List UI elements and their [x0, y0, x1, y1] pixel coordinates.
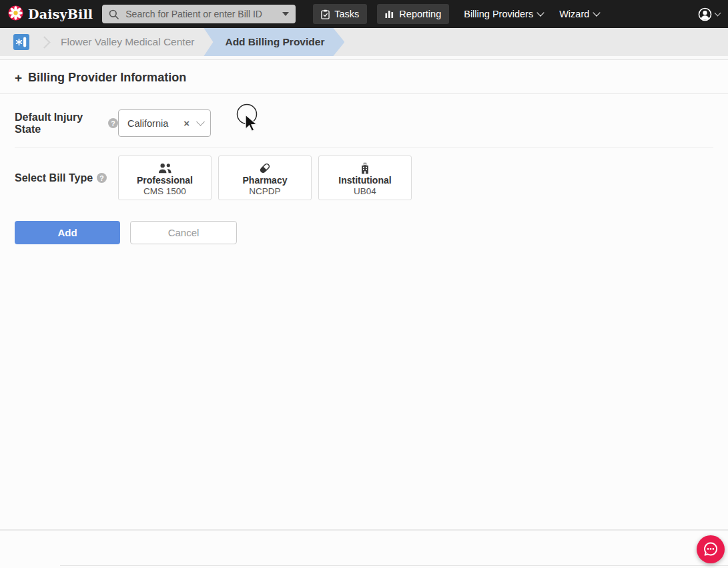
chat-bubble-icon	[702, 541, 719, 558]
bill-type-title: Professional	[137, 175, 193, 186]
cancel-button[interactable]: Cancel	[130, 221, 237, 244]
screen: DaisyBill Tasks Reporting Billing Provid…	[0, 0, 728, 568]
injury-state-row: Default Injury State ? California ×	[15, 109, 713, 137]
chevron-down-icon	[715, 9, 721, 16]
section-header: + Billing Provider Information	[0, 60, 728, 94]
tasks-label: Tasks	[334, 9, 359, 19]
billing-providers-label: Billing Providers	[464, 9, 533, 19]
bill-type-card-institutional[interactable]: Institutional UB04	[318, 156, 412, 200]
search-input[interactable]	[124, 8, 277, 20]
top-navigation: DaisyBill Tasks Reporting Billing Provid…	[0, 0, 728, 28]
footer-divider	[0, 529, 728, 531]
clipboard-icon	[321, 9, 330, 19]
chat-support-button[interactable]	[697, 535, 725, 563]
help-icon[interactable]: ?	[108, 118, 118, 128]
bill-type-title: Institutional	[338, 175, 391, 186]
bar-chart-icon	[385, 10, 394, 18]
chevron-down-icon	[593, 9, 601, 16]
tasks-button[interactable]: Tasks	[313, 4, 367, 24]
injury-state-label-text: Default Injury State	[15, 111, 104, 135]
search-box[interactable]	[102, 5, 296, 23]
injury-state-value: California	[127, 118, 184, 129]
app-icon[interactable]	[13, 34, 29, 50]
search-dropdown-caret-icon[interactable]	[282, 12, 289, 16]
chevron-down-icon	[537, 9, 544, 16]
logo-text: DaisyBill	[28, 7, 93, 21]
injury-state-select[interactable]: California ×	[118, 109, 211, 137]
plus-icon: +	[15, 71, 22, 84]
reporting-button[interactable]: Reporting	[377, 4, 449, 24]
wizard-label: Wizard	[559, 9, 589, 19]
billing-providers-menu[interactable]: Billing Providers	[464, 9, 543, 19]
main-content: + Billing Provider Information Default I…	[0, 60, 728, 244]
bill-type-label: Select Bill Type ?	[15, 172, 118, 184]
breadcrumb: Flower Valley Medical Center Add Billing…	[0, 28, 728, 56]
people-icon	[157, 162, 173, 174]
logo[interactable]: DaisyBill	[8, 5, 93, 23]
bill-type-subtitle: CMS 1500	[143, 186, 186, 196]
daisy-logo-icon	[8, 5, 23, 23]
add-button[interactable]: Add	[15, 221, 120, 244]
bill-type-row: Select Bill Type ? Profe	[15, 147, 713, 200]
bill-type-card-professional[interactable]: Professional CMS 1500	[118, 156, 212, 200]
clear-selection-icon[interactable]: ×	[184, 118, 190, 128]
chevron-down-icon[interactable]	[196, 117, 205, 126]
help-icon[interactable]: ?	[97, 173, 107, 183]
bill-type-subtitle: UB04	[354, 186, 376, 196]
bottom-divider	[60, 565, 728, 566]
search-icon	[109, 9, 119, 19]
form-actions: Add Cancel	[15, 221, 713, 244]
page-title: Billing Provider Information	[28, 71, 186, 85]
user-avatar-icon	[698, 7, 712, 21]
bill-type-cards: Professional CMS 1500 Pha	[118, 156, 412, 200]
injury-state-label: Default Injury State ?	[15, 111, 118, 135]
pill-icon	[258, 162, 272, 174]
bill-type-card-pharmacy[interactable]: Pharmacy NCPDP	[218, 156, 312, 200]
user-menu[interactable]	[698, 7, 720, 21]
reporting-label: Reporting	[399, 9, 441, 19]
bill-type-title: Pharmacy	[243, 175, 288, 186]
bill-type-subtitle: NCPDP	[249, 186, 280, 196]
hospital-icon	[360, 162, 370, 174]
breadcrumb-item-facility[interactable]: Flower Valley Medical Center	[61, 36, 194, 48]
breadcrumb-separator-icon	[38, 36, 50, 48]
bill-type-label-text: Select Bill Type	[15, 172, 93, 184]
wizard-menu[interactable]: Wizard	[559, 9, 599, 19]
breadcrumb-item-current: Add Billing Provider	[204, 28, 344, 56]
